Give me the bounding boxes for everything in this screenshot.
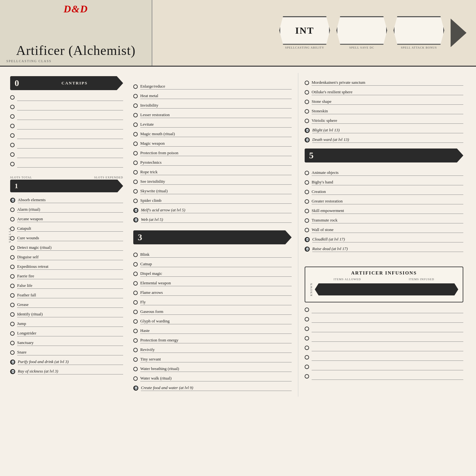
cantrip-circle-7[interactable] (10, 152, 15, 157)
circle-longstrider[interactable] (10, 331, 15, 336)
spell-name-vitriolic-sphere: Vitriolic sphere (312, 118, 463, 124)
circle-levitate[interactable] (133, 122, 138, 127)
circle-rope-trick[interactable] (133, 170, 138, 175)
spell-attack-bonus-box[interactable] (393, 16, 444, 45)
circle-grease[interactable] (10, 303, 15, 307)
circle-protection-energy[interactable] (133, 338, 138, 343)
infusion-circle-3[interactable] (305, 327, 309, 331)
skull-death-ward[interactable] (305, 137, 310, 142)
circle-dispel-magic[interactable] (133, 272, 138, 276)
circle-haste[interactable] (133, 329, 138, 333)
circle-water-breathing[interactable] (133, 367, 138, 371)
circle-jump[interactable] (10, 322, 15, 326)
circle-arcane-weapon[interactable] (10, 217, 15, 221)
level5-header: 5 (305, 149, 463, 162)
skull-blight[interactable] (305, 128, 310, 133)
spell-magic-weapon: Magic weapon (133, 140, 292, 148)
skull-create-food[interactable] (133, 386, 138, 391)
circle-false-life[interactable] (10, 284, 15, 288)
spell-name-expeditious: Expeditious retreat (17, 264, 123, 270)
circle-catnap[interactable] (133, 262, 138, 267)
spell-save-dc-box[interactable] (336, 16, 387, 45)
spell-name-otiluke: Otiluke's resilient sphere (312, 89, 463, 95)
circle-spider-climb[interactable] (133, 199, 138, 203)
cantrip-circle-5[interactable] (10, 133, 15, 138)
spell-name-blink: Blink (140, 252, 292, 258)
circle-snare[interactable] (10, 350, 15, 355)
circle-enlarge[interactable] (133, 84, 138, 89)
spell-name-water-walk: Water walk (ritual) (140, 376, 292, 381)
circle-elemental-weapon[interactable] (133, 281, 138, 286)
spell-name-levitate: Levitate (140, 122, 292, 128)
cantrip-circle-1[interactable] (10, 95, 15, 100)
skull-raise-dead[interactable] (305, 247, 310, 252)
spell-sanctuary: Sanctuary (10, 339, 123, 347)
cantrip-circle-8[interactable] (10, 162, 15, 166)
spell-name-wall-stone: Wall of stone (312, 227, 463, 233)
circle-blink[interactable] (133, 253, 138, 257)
circle-alarm[interactable] (10, 208, 15, 212)
cantrip-circle-2[interactable] (10, 105, 15, 109)
cantrips-title: CANTRIPS (26, 81, 123, 86)
circle-mordenkainen[interactable] (305, 81, 309, 85)
skull-absorb-elements[interactable] (10, 198, 15, 203)
circle-skywrite[interactable] (133, 189, 138, 194)
infusion-circle-8[interactable] (305, 374, 309, 379)
ability-boxes: INT SPELLCASTING ABILITY SPELL SAVE DC S… (279, 16, 466, 50)
infusion-circle-5[interactable] (305, 346, 309, 350)
circle-greater-restoration[interactable] (305, 199, 309, 204)
skull-purify[interactable] (10, 360, 15, 365)
cantrip-circle-6[interactable] (10, 143, 15, 147)
circle-identify[interactable] (10, 312, 15, 317)
circle-expeditious[interactable] (10, 265, 15, 269)
circle-vitriolic-sphere[interactable] (305, 119, 309, 123)
infusion-circle-7[interactable] (305, 365, 309, 369)
cantrip-circle-3[interactable] (10, 114, 15, 119)
skull-ray-sickness[interactable] (10, 369, 15, 374)
circle-stone-shape[interactable] (305, 100, 309, 104)
circle-lesser-restoration[interactable] (133, 113, 138, 117)
circle-fly[interactable] (133, 300, 138, 305)
circle-heat-metal[interactable] (133, 94, 138, 98)
circle-bigby[interactable] (305, 180, 309, 185)
infusion-line-6 (305, 353, 463, 361)
circle-revivify[interactable] (133, 348, 138, 352)
circle-detect-magic[interactable] (10, 246, 15, 250)
circle-magic-mouth[interactable] (133, 132, 138, 136)
circle-stoneskin[interactable] (305, 109, 309, 114)
circle-water-walk[interactable] (133, 376, 138, 381)
circle-faerie-fire[interactable] (10, 274, 15, 279)
circle-disguise-self[interactable] (10, 255, 15, 260)
circle-flame-arrows[interactable] (133, 291, 138, 295)
circle-sanctuary[interactable] (10, 341, 15, 345)
circle-skill-empowerment[interactable] (305, 209, 309, 213)
infusion-circle-1[interactable] (305, 307, 309, 312)
spell-mordenkainen: Mordenkainen's private sanctum (305, 79, 463, 87)
circle-creation[interactable] (305, 190, 309, 194)
class-title: Artificer (Alchemist) (16, 43, 136, 58)
skull-cloudkill[interactable] (305, 237, 310, 242)
cantrip-circle-4[interactable] (10, 124, 15, 128)
circle-animate-objects[interactable] (305, 171, 309, 175)
spell-name-web: Web (at lvl 5) (141, 217, 292, 223)
spell-name-alarm: Alarm (ritual) (17, 207, 123, 213)
circle-see-invisibility[interactable] (133, 180, 138, 184)
circle-wall-stone[interactable] (305, 228, 309, 232)
circle-gaseous-form[interactable] (133, 310, 138, 314)
skull-melfs-acid[interactable] (133, 208, 138, 213)
circle-transmute-rock[interactable] (305, 218, 309, 223)
infusion-circle-6[interactable] (305, 355, 309, 360)
circle-tiny-servant[interactable] (133, 357, 138, 362)
infusion-circle-2[interactable] (305, 317, 309, 321)
circle-glyph-warding[interactable] (133, 319, 138, 324)
circle-magic-weapon[interactable] (133, 142, 138, 146)
skull-web[interactable] (133, 217, 138, 222)
circle-protection-poison[interactable] (133, 151, 138, 155)
infusion-circle-4[interactable] (305, 336, 309, 340)
circle-otiluke[interactable] (305, 90, 309, 95)
circle-invisibility[interactable] (133, 103, 138, 108)
infusions-known-slot[interactable] (315, 283, 458, 295)
circle-feather-fall[interactable] (10, 293, 15, 298)
infusion-line-8 (305, 372, 463, 380)
circle-pyrotechnics[interactable] (133, 161, 138, 165)
